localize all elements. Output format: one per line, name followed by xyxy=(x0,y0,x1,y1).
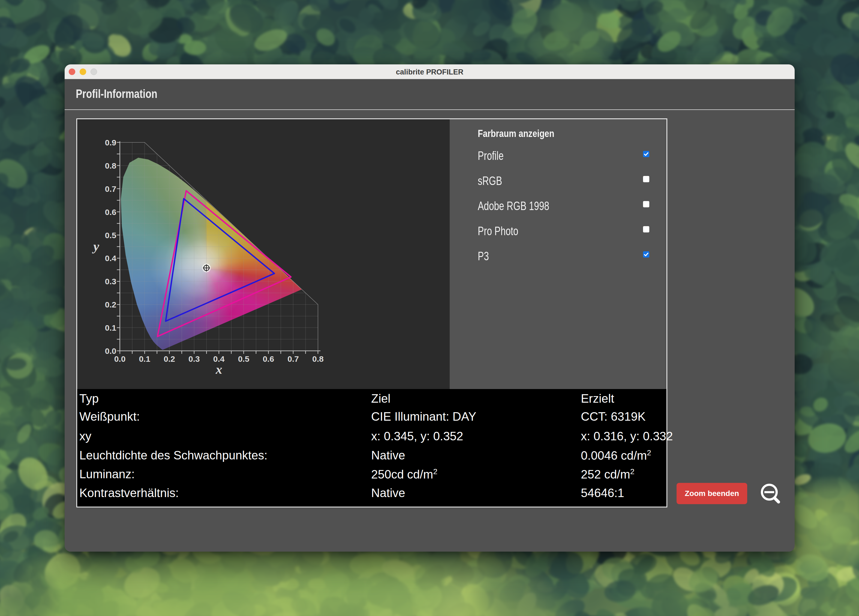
svg-text:0.7: 0.7 xyxy=(105,184,116,194)
svg-text:0.2: 0.2 xyxy=(164,354,175,363)
svg-text:x: x xyxy=(216,362,222,377)
svg-text:0.0: 0.0 xyxy=(114,354,126,363)
svg-text:0.8: 0.8 xyxy=(105,161,116,170)
svg-text:0.2: 0.2 xyxy=(105,300,116,309)
svg-text:0.6: 0.6 xyxy=(105,208,116,217)
svg-text:y: y xyxy=(92,239,99,253)
svg-text:0.1: 0.1 xyxy=(139,354,150,363)
svg-text:0.1: 0.1 xyxy=(105,323,116,332)
svg-text:0.0: 0.0 xyxy=(105,347,116,355)
svg-text:0.3: 0.3 xyxy=(105,277,116,286)
svg-text:0.6: 0.6 xyxy=(262,354,274,363)
svg-text:0.8: 0.8 xyxy=(312,354,324,363)
svg-text:0.5: 0.5 xyxy=(238,354,250,363)
svg-text:0.3: 0.3 xyxy=(189,354,200,363)
svg-text:0.7: 0.7 xyxy=(287,354,299,363)
svg-text:0.9: 0.9 xyxy=(105,138,116,147)
svg-text:0.4: 0.4 xyxy=(105,254,116,263)
svg-text:0.5: 0.5 xyxy=(105,231,116,240)
